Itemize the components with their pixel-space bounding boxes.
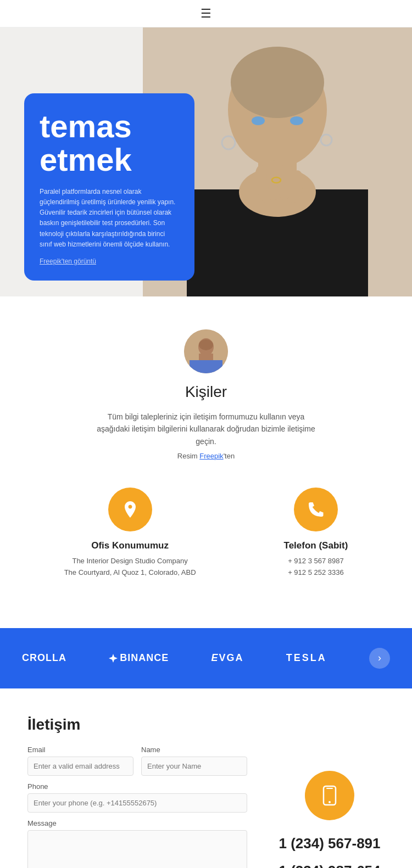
contact-cards-row: Ofis Konumumuz The Interior Design Studi…	[11, 482, 401, 606]
contact-phone-2: 1 (234) 987-654	[279, 862, 380, 868]
avatar	[184, 329, 228, 373]
email-label: Email	[27, 746, 133, 754]
people-title: Kişiler	[11, 383, 401, 401]
email-group: Email	[27, 746, 133, 776]
message-group: Message	[27, 819, 247, 868]
binance-diamond-icon	[109, 654, 118, 663]
office-address: The Interior Design Studio Company The C…	[64, 556, 196, 579]
people-section: Kişiler Tüm bilgi talepleriniz için ilet…	[0, 296, 412, 628]
svg-point-2	[231, 47, 324, 118]
brand-tesla: TESLA	[286, 652, 327, 664]
location-icon-circle	[108, 488, 152, 531]
name-label: Name	[141, 746, 247, 754]
phone-title: Telefon (Sabit)	[284, 540, 348, 551]
hero-title: temas etmek	[40, 110, 179, 177]
svg-point-22	[329, 801, 331, 803]
freepik-link[interactable]: Freepik	[199, 452, 223, 460]
hero-section: temas etmek Paralel platformlarda nesnel…	[0, 27, 412, 296]
name-input[interactable]	[141, 757, 247, 776]
mobile-phone-icon-circle	[305, 771, 354, 820]
phone-icon-circle	[294, 488, 338, 531]
message-textarea[interactable]	[27, 830, 247, 868]
office-title: Ofis Konumumuz	[64, 540, 196, 551]
svg-point-10	[252, 116, 265, 125]
hero-description: Paralel platformlarda nesnel olarak güçl…	[40, 187, 179, 250]
brand-evga: EVGA	[211, 652, 243, 664]
form-title: İletişim	[27, 716, 247, 733]
people-image-credit: Resim Freepik'ten	[11, 452, 401, 460]
contact-form-section: İletişim Email Name Phone Message I acce…	[0, 688, 412, 868]
hero-card: temas etmek Paralel platformlarda nesnel…	[24, 93, 194, 281]
brand-binance: BINANCE	[109, 652, 169, 664]
hero-image-credit[interactable]: Freepik'ten görüntü	[40, 257, 179, 265]
form-container: İletişim Email Name Phone Message I acce…	[27, 716, 247, 868]
brand-crolla: CROLLA	[22, 652, 66, 664]
hamburger-icon[interactable]: ☰	[201, 7, 211, 21]
phone-group: Phone	[27, 782, 247, 813]
people-description: Tüm bilgi talepleriniz için iletişim for…	[91, 411, 321, 447]
brands-section: CROLLA BINANCE EVGA TESLA ›	[0, 628, 412, 688]
contact-phone-1: 1 (234) 567-891	[279, 835, 380, 853]
phone-label: Phone	[27, 782, 247, 791]
phone-input[interactable]	[27, 793, 247, 813]
svg-point-11	[290, 116, 303, 125]
svg-point-17	[199, 339, 213, 350]
email-name-row: Email Name	[27, 746, 247, 776]
email-input[interactable]	[27, 757, 133, 776]
message-label: Message	[27, 819, 247, 827]
phone-numbers: + 912 3 567 8987 + 912 5 252 3336	[284, 556, 348, 579]
mobile-icon	[318, 784, 341, 807]
svg-rect-19	[190, 360, 222, 373]
navbar: ☰	[0, 0, 412, 27]
right-contact-info: 1 (234) 567-891 1 (234) 987-654	[275, 716, 385, 868]
office-card: Ofis Konumumuz The Interior Design Studi…	[64, 488, 196, 579]
brands-next-button[interactable]: ›	[369, 648, 390, 669]
phone-card: Telefon (Sabit) + 912 3 567 8987 + 912 5…	[284, 488, 348, 579]
name-group: Name	[141, 746, 247, 776]
svg-rect-21	[326, 788, 333, 789]
